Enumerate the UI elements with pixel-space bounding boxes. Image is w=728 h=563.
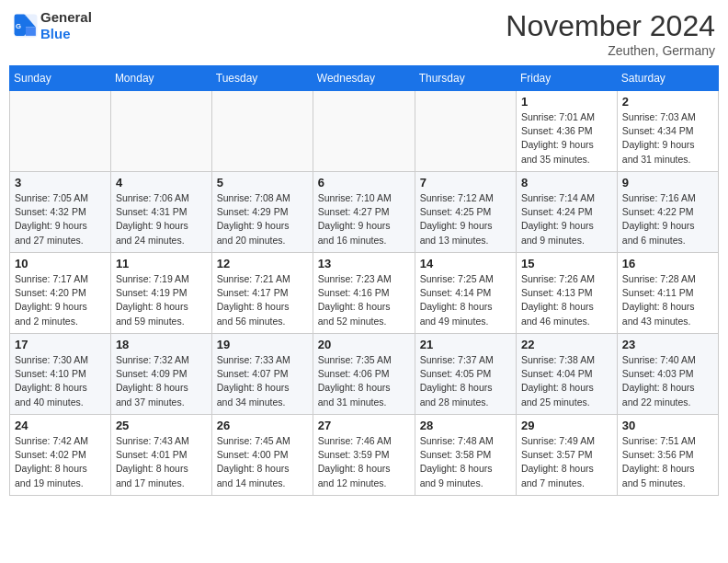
calendar-cell: 5Sunrise: 7:08 AM Sunset: 4:29 PM Daylig…	[211, 172, 313, 253]
day-number: 13	[318, 257, 410, 270]
day-detail: Sunrise: 7:37 AM Sunset: 4:05 PM Dayligh…	[420, 353, 511, 409]
day-number: 6	[318, 176, 410, 190]
day-number: 17	[15, 338, 106, 351]
day-number: 22	[521, 338, 612, 351]
calendar-cell: 8Sunrise: 7:14 AM Sunset: 4:24 PM Daylig…	[516, 172, 617, 253]
day-detail: Sunrise: 7:06 AM Sunset: 4:31 PM Dayligh…	[116, 191, 207, 247]
calendar-cell: 22Sunrise: 7:38 AM Sunset: 4:04 PM Dayli…	[516, 334, 617, 415]
weekday-header-wednesday: Wednesday	[313, 66, 415, 91]
calendar-cell	[211, 91, 313, 172]
day-detail: Sunrise: 7:28 AM Sunset: 4:11 PM Dayligh…	[622, 272, 713, 328]
logo-text: General Blue	[40, 9, 92, 42]
day-number: 11	[116, 257, 207, 270]
day-detail: Sunrise: 7:32 AM Sunset: 4:09 PM Dayligh…	[116, 353, 207, 409]
day-detail: Sunrise: 7:23 AM Sunset: 4:16 PM Dayligh…	[318, 272, 410, 328]
day-number: 21	[420, 338, 511, 351]
calendar-cell: 16Sunrise: 7:28 AM Sunset: 4:11 PM Dayli…	[617, 253, 718, 334]
day-detail: Sunrise: 7:01 AM Sunset: 4:36 PM Dayligh…	[521, 110, 612, 167]
calendar-cell: 21Sunrise: 7:37 AM Sunset: 4:05 PM Dayli…	[415, 334, 516, 415]
day-number: 27	[318, 419, 410, 432]
day-detail: Sunrise: 7:51 AM Sunset: 3:56 PM Dayligh…	[622, 434, 713, 490]
weekday-header-row: SundayMondayTuesdayWednesdayThursdayFrid…	[10, 66, 719, 91]
day-detail: Sunrise: 7:43 AM Sunset: 4:01 PM Dayligh…	[116, 434, 207, 490]
day-number: 28	[420, 419, 511, 432]
day-number: 14	[420, 257, 511, 270]
calendar-cell: 20Sunrise: 7:35 AM Sunset: 4:06 PM Dayli…	[313, 334, 415, 415]
calendar-cell: 28Sunrise: 7:48 AM Sunset: 3:58 PM Dayli…	[415, 415, 516, 496]
day-detail: Sunrise: 7:49 AM Sunset: 3:57 PM Dayligh…	[521, 434, 612, 490]
calendar-cell	[10, 91, 111, 172]
week-row-4: 17Sunrise: 7:30 AM Sunset: 4:10 PM Dayli…	[10, 334, 719, 415]
day-number: 30	[622, 419, 713, 432]
day-detail: Sunrise: 7:46 AM Sunset: 3:59 PM Dayligh…	[318, 434, 410, 490]
calendar-cell	[415, 91, 516, 172]
calendar-table: SundayMondayTuesdayWednesdayThursdayFrid…	[9, 65, 719, 496]
month-title: November 2024	[506, 9, 715, 43]
day-number: 12	[217, 257, 308, 270]
day-number: 7	[420, 176, 511, 190]
day-number: 26	[217, 419, 308, 432]
location: Zeuthen, Germany	[506, 43, 715, 58]
weekday-header-tuesday: Tuesday	[211, 66, 313, 91]
day-number: 15	[521, 257, 612, 270]
calendar-cell: 19Sunrise: 7:33 AM Sunset: 4:07 PM Dayli…	[211, 334, 313, 415]
title-block: November 2024 Zeuthen, Germany	[506, 9, 715, 58]
calendar-cell: 15Sunrise: 7:26 AM Sunset: 4:13 PM Dayli…	[516, 253, 617, 334]
day-number: 4	[116, 176, 207, 190]
calendar-cell: 3Sunrise: 7:05 AM Sunset: 4:32 PM Daylig…	[10, 172, 111, 253]
week-row-1: 1Sunrise: 7:01 AM Sunset: 4:36 PM Daylig…	[10, 91, 719, 172]
day-detail: Sunrise: 7:05 AM Sunset: 4:32 PM Dayligh…	[15, 191, 106, 247]
calendar-cell: 24Sunrise: 7:42 AM Sunset: 4:02 PM Dayli…	[10, 415, 111, 496]
calendar-cell: 9Sunrise: 7:16 AM Sunset: 4:22 PM Daylig…	[617, 172, 718, 253]
day-number: 18	[116, 338, 207, 351]
calendar-cell: 4Sunrise: 7:06 AM Sunset: 4:31 PM Daylig…	[110, 172, 211, 253]
calendar-cell: 30Sunrise: 7:51 AM Sunset: 3:56 PM Dayli…	[617, 415, 718, 496]
day-detail: Sunrise: 7:40 AM Sunset: 4:03 PM Dayligh…	[622, 353, 713, 409]
calendar-cell: 18Sunrise: 7:32 AM Sunset: 4:09 PM Dayli…	[110, 334, 211, 415]
week-row-3: 10Sunrise: 7:17 AM Sunset: 4:20 PM Dayli…	[10, 253, 719, 334]
calendar-cell: 10Sunrise: 7:17 AM Sunset: 4:20 PM Dayli…	[10, 253, 111, 334]
weekday-header-friday: Friday	[516, 66, 617, 91]
calendar-cell: 29Sunrise: 7:49 AM Sunset: 3:57 PM Dayli…	[516, 415, 617, 496]
day-detail: Sunrise: 7:10 AM Sunset: 4:27 PM Dayligh…	[318, 191, 410, 247]
day-number: 1	[521, 95, 612, 109]
day-detail: Sunrise: 7:19 AM Sunset: 4:19 PM Dayligh…	[116, 272, 207, 328]
svg-marker-2	[26, 28, 36, 36]
calendar-cell: 23Sunrise: 7:40 AM Sunset: 4:03 PM Dayli…	[617, 334, 718, 415]
weekday-header-monday: Monday	[110, 66, 211, 91]
calendar-cell: 11Sunrise: 7:19 AM Sunset: 4:19 PM Dayli…	[110, 253, 211, 334]
weekday-header-saturday: Saturday	[617, 66, 718, 91]
page-header: G General Blue November 2024 Zeuthen, Ge…	[9, 9, 719, 58]
day-number: 8	[521, 176, 612, 190]
calendar-cell: 26Sunrise: 7:45 AM Sunset: 4:00 PM Dayli…	[211, 415, 313, 496]
svg-text:G: G	[16, 22, 21, 30]
day-number: 5	[217, 176, 308, 190]
day-number: 19	[217, 338, 308, 351]
weekday-header-sunday: Sunday	[10, 66, 111, 91]
day-detail: Sunrise: 7:12 AM Sunset: 4:25 PM Dayligh…	[420, 191, 511, 247]
logo-icon: G	[13, 13, 39, 39]
day-detail: Sunrise: 7:08 AM Sunset: 4:29 PM Dayligh…	[217, 191, 308, 247]
week-row-5: 24Sunrise: 7:42 AM Sunset: 4:02 PM Dayli…	[10, 415, 719, 496]
day-detail: Sunrise: 7:14 AM Sunset: 4:24 PM Dayligh…	[521, 191, 612, 247]
calendar-cell: 6Sunrise: 7:10 AM Sunset: 4:27 PM Daylig…	[313, 172, 415, 253]
day-detail: Sunrise: 7:38 AM Sunset: 4:04 PM Dayligh…	[521, 353, 612, 409]
day-number: 10	[15, 257, 106, 270]
day-detail: Sunrise: 7:16 AM Sunset: 4:22 PM Dayligh…	[622, 191, 713, 247]
day-detail: Sunrise: 7:45 AM Sunset: 4:00 PM Dayligh…	[217, 434, 308, 490]
day-detail: Sunrise: 7:30 AM Sunset: 4:10 PM Dayligh…	[15, 353, 106, 409]
day-number: 24	[15, 419, 106, 432]
day-detail: Sunrise: 7:26 AM Sunset: 4:13 PM Dayligh…	[521, 272, 612, 328]
calendar-cell: 12Sunrise: 7:21 AM Sunset: 4:17 PM Dayli…	[211, 253, 313, 334]
day-detail: Sunrise: 7:25 AM Sunset: 4:14 PM Dayligh…	[420, 272, 511, 328]
logo: G General Blue	[13, 9, 92, 42]
day-number: 23	[622, 338, 713, 351]
calendar-cell: 7Sunrise: 7:12 AM Sunset: 4:25 PM Daylig…	[415, 172, 516, 253]
calendar-cell: 14Sunrise: 7:25 AM Sunset: 4:14 PM Dayli…	[415, 253, 516, 334]
day-detail: Sunrise: 7:35 AM Sunset: 4:06 PM Dayligh…	[318, 353, 410, 409]
day-number: 2	[622, 95, 713, 109]
calendar-cell	[313, 91, 415, 172]
calendar-cell: 1Sunrise: 7:01 AM Sunset: 4:36 PM Daylig…	[516, 91, 617, 172]
day-detail: Sunrise: 7:42 AM Sunset: 4:02 PM Dayligh…	[15, 434, 106, 490]
weekday-header-thursday: Thursday	[415, 66, 516, 91]
